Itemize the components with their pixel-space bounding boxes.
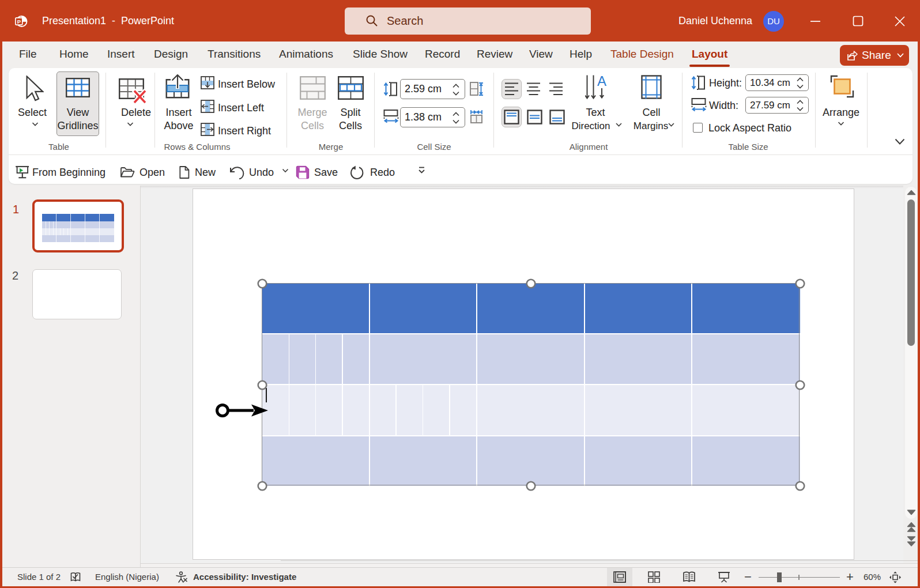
svg-text:P: P xyxy=(17,18,21,25)
svg-text:A: A xyxy=(597,75,606,89)
